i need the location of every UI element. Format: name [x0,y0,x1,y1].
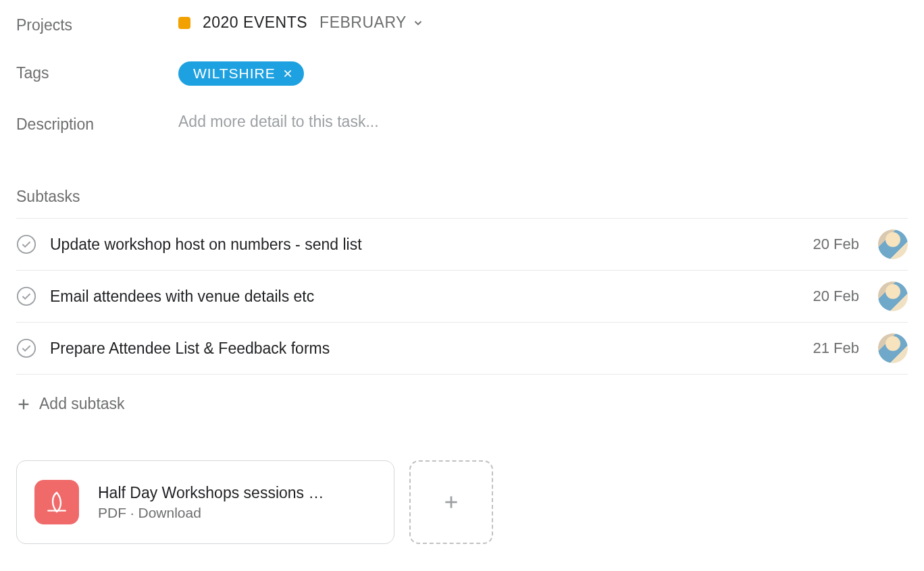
add-subtask-button[interactable]: Add subtask [16,395,908,413]
add-subtask-label: Add subtask [39,395,125,413]
check-circle-icon[interactable] [16,338,36,358]
chevron-down-icon [412,17,424,29]
subtask-row[interactable]: Email attendees with venue details etc 2… [16,271,908,323]
attachment-info: Half Day Workshops sessions … PDF · Down… [98,484,376,521]
plus-icon [442,493,460,511]
project-color-dot [178,17,190,29]
assignee-avatar[interactable] [878,281,908,311]
subtask-row[interactable]: Update workshop host on numbers - send l… [16,219,908,271]
tag-label: WILTSHIRE [193,65,276,82]
tag-wiltshire[interactable]: WILTSHIRE [178,61,304,86]
attachment-meta: PDF · Download [98,505,376,521]
subtask-date: 21 Feb [813,339,860,357]
check-circle-icon[interactable] [16,234,36,254]
assignee-avatar[interactable] [878,333,908,363]
project-name[interactable]: 2020 EVENTS [203,13,307,32]
tags-value: WILTSHIRE [178,61,908,86]
assignee-avatar[interactable] [878,229,908,259]
description-placeholder: Add more detail to this task... [178,113,379,131]
projects-field-row: Projects 2020 EVENTS FEBRUARY [16,13,908,34]
attachments-section: Half Day Workshops sessions … PDF · Down… [16,460,908,544]
attachment-download-link[interactable]: Download [138,505,201,520]
add-attachment-button[interactable] [409,460,493,544]
projects-label: Projects [16,13,178,34]
subtasks-section: Subtasks Update workshop host on numbers… [16,188,908,413]
svg-point-3 [18,288,35,305]
attachment-name: Half Day Workshops sessions … [98,484,376,502]
subtask-list: Update workshop host on numbers - send l… [16,218,908,375]
subtask-date: 20 Feb [813,288,860,305]
subtask-name: Email attendees with venue details etc [50,288,800,306]
projects-value: 2020 EVENTS FEBRUARY [178,13,908,32]
tags-label: Tags [16,61,178,82]
section-dropdown[interactable]: FEBRUARY [319,13,424,32]
pdf-icon [34,480,79,524]
subtask-date: 20 Feb [813,236,860,253]
svg-point-4 [18,339,35,357]
attachment-card[interactable]: Half Day Workshops sessions … PDF · Down… [16,460,394,544]
description-label: Description [16,113,178,134]
subtask-name: Prepare Attendee List & Feedback forms [50,339,800,358]
description-value[interactable]: Add more detail to this task... [178,113,908,131]
subtask-name: Update workshop host on numbers - send l… [50,236,800,254]
svg-point-2 [18,236,35,253]
plus-icon [16,397,31,412]
subtask-row[interactable]: Prepare Attendee List & Feedback forms 2… [16,323,908,375]
close-icon[interactable] [282,68,293,79]
check-circle-icon[interactable] [16,286,36,306]
tags-field-row: Tags WILTSHIRE [16,61,908,86]
description-field-row: Description Add more detail to this task… [16,113,908,134]
attachment-type: PDF [98,505,126,520]
section-label: FEBRUARY [319,13,407,32]
subtasks-header: Subtasks [16,188,908,218]
